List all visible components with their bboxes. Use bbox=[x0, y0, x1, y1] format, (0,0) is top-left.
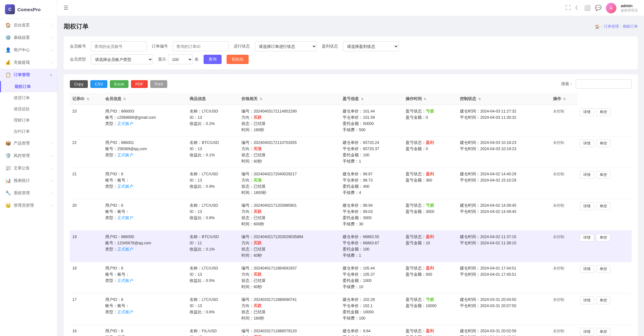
nav-label-deposit: 充值提现 bbox=[14, 60, 30, 65]
detail-button[interactable]: 详情 bbox=[580, 328, 594, 336]
cell-member: 用户ID：6 账号：账号： 类型：正式账户 bbox=[103, 293, 187, 325]
csv-button[interactable]: CSV bbox=[90, 80, 107, 88]
cell-id: 19 bbox=[70, 231, 103, 262]
single-button[interactable]: 单控 bbox=[596, 297, 610, 304]
sidebar-item-deposit[interactable]: 💰充值提现‹ bbox=[0, 56, 57, 69]
sidebar-subitem-options[interactable]: 期权订单 bbox=[0, 81, 57, 92]
single-button[interactable]: 单控 bbox=[596, 171, 610, 179]
excel-button[interactable]: Excel bbox=[110, 80, 128, 88]
cell-product: 名称：LTC/USD ID：13 收益比：0.8% bbox=[187, 199, 239, 231]
single-button[interactable]: 单控 bbox=[596, 328, 610, 336]
cell-time: 建仓时间：2024-04-01 17:44:51 平仓时间：2024-04-01… bbox=[457, 262, 550, 293]
sort-price-icon[interactable]: ⇅ bbox=[260, 97, 262, 101]
sort-time-icon[interactable]: ⇅ bbox=[424, 97, 426, 101]
display-select[interactable]: 100 bbox=[168, 54, 193, 64]
detail-button[interactable]: 详情 bbox=[580, 202, 594, 210]
cell-id: 16 bbox=[70, 325, 103, 336]
status-select[interactable]: 请选择订单进行状态 bbox=[255, 41, 317, 51]
sidebar-item-orders[interactable]: 📋订单管理∨ bbox=[0, 69, 57, 81]
fullscreen-icon[interactable]: ⛶ bbox=[565, 5, 571, 11]
table-search-input[interactable] bbox=[576, 79, 632, 89]
sidebar-item-risk[interactable]: 🛡️风控管理‹ bbox=[0, 150, 57, 162]
cell-control: 未控制 bbox=[551, 199, 577, 231]
detail-button[interactable]: 详情 bbox=[580, 234, 594, 242]
sidebar-subitem-loan-repay[interactable]: 借贷还款 bbox=[0, 104, 57, 115]
nav-icon-system: 🔧 bbox=[5, 190, 11, 196]
copy-button[interactable]: Copy bbox=[70, 80, 88, 88]
cell-control: 未控制 bbox=[551, 105, 577, 136]
nav-arrow-system: ‹ bbox=[51, 191, 52, 195]
toolbar-left: Copy CSV Excel PDF Print bbox=[70, 80, 167, 88]
nav-arrow-basic: ‹ bbox=[51, 36, 52, 39]
sidebar-item-admin[interactable]: 👑管理员管理‹ bbox=[0, 199, 57, 212]
sort-action-icon[interactable]: ⇅ bbox=[563, 97, 565, 101]
single-button[interactable]: 单控 bbox=[596, 202, 610, 210]
sidebar-item-articles[interactable]: 📰文章公告‹ bbox=[0, 162, 57, 174]
nav-label-orders: 订单管理 bbox=[14, 72, 30, 78]
col-id: 记录ID ⇅ bbox=[70, 93, 103, 105]
cell-order: 编号：20240403172114852290 方向：买跌 状态：已结算 时间：… bbox=[239, 105, 340, 136]
sidebar-item-reports[interactable]: 📊报表统计‹ bbox=[0, 174, 57, 187]
sort-id-icon[interactable]: ⇅ bbox=[87, 97, 89, 101]
member-type-label: 会员类型 bbox=[70, 57, 86, 62]
cell-member: 用户ID：866001 账号：258369@qq.com 类型：正式账户 bbox=[103, 136, 187, 168]
sort-member-icon[interactable]: ⇅ bbox=[123, 97, 126, 101]
nav-arrow-admin: ‹ bbox=[51, 204, 52, 207]
table-row: 20 用户ID：6 账号：账号： 类型：正式账户 名称：LTC/USD ID：1… bbox=[70, 199, 632, 231]
page-title: 期权订单 bbox=[64, 22, 88, 31]
sidebar: C ComexPro 🏠后台首页‹⚙️基础设置‹👤用户中心‹💰充值提现‹📋订单管… bbox=[0, 0, 57, 336]
sidebar-item-products[interactable]: 📦产品管理‹ bbox=[0, 137, 57, 150]
print-button[interactable]: Print bbox=[150, 80, 167, 88]
query-button[interactable]: 查询 bbox=[204, 55, 222, 64]
table-row: 22 用户ID：866001 账号：258369@qq.com 类型：正式账户 … bbox=[70, 136, 632, 168]
col-action: 操作 ⇅ bbox=[551, 93, 577, 105]
menu-icon[interactable]: ☰ bbox=[64, 5, 68, 11]
reset-button[interactable]: 初始化 bbox=[227, 55, 249, 64]
detail-button[interactable]: 详情 bbox=[580, 297, 594, 304]
cell-price: 建仓单价：98.87 平仓单价：98.73 委托金额：400 手续费：4 bbox=[340, 168, 403, 199]
dark-mode-icon[interactable]: ☾ bbox=[575, 5, 580, 11]
screen-icon[interactable]: ⬜ bbox=[584, 5, 591, 11]
nav-label-products: 产品管理 bbox=[14, 140, 30, 146]
sidebar-item-users[interactable]: 👤用户中心‹ bbox=[0, 44, 57, 56]
sort-status-icon[interactable]: ⇅ bbox=[478, 97, 481, 101]
cell-order: 编号：20240403172110703355 方向：买涨 状态：已结算 时间：… bbox=[239, 136, 340, 168]
search-label: 搜索： bbox=[561, 81, 573, 87]
cell-control: 未控制 bbox=[551, 293, 577, 325]
detail-button[interactable]: 详情 bbox=[580, 171, 594, 179]
sidebar-item-system[interactable]: 🔧系统管理‹ bbox=[0, 187, 57, 199]
chat-icon[interactable]: 💬 bbox=[595, 5, 601, 11]
cell-action: 详情 单控 bbox=[577, 293, 632, 325]
single-button[interactable]: 单控 bbox=[596, 265, 610, 273]
cell-price: 建仓单价：98.94 平仓单价：99.03 委托金额：3000 手续费：30 bbox=[340, 199, 403, 231]
status-label: 进行状态 bbox=[234, 44, 250, 49]
detail-button[interactable]: 详情 bbox=[580, 140, 594, 147]
sidebar-subitem-loan[interactable]: 借贷订单 bbox=[0, 92, 57, 104]
member-type-select[interactable]: 请选择会员账户类型 bbox=[91, 54, 153, 64]
breadcrumb-home-icon[interactable]: 🏠 bbox=[595, 25, 600, 29]
sidebar-subitem-contract[interactable]: 合约订单 bbox=[0, 126, 57, 137]
order-id-label: 订单编号 bbox=[152, 44, 168, 49]
sidebar-nav: 🏠后台首页‹⚙️基础设置‹👤用户中心‹💰充值提现‹📋订单管理∨期权订单借贷订单借… bbox=[0, 19, 57, 212]
single-button[interactable]: 单控 bbox=[596, 140, 610, 147]
sort-profit-icon[interactable]: ⇅ bbox=[361, 97, 363, 101]
logo-area: C ComexPro bbox=[0, 0, 57, 19]
pdf-button[interactable]: PDF bbox=[131, 80, 148, 88]
profit-select[interactable]: 请选择盈利状态 bbox=[343, 41, 399, 51]
sidebar-item-home[interactable]: 🏠后台首页‹ bbox=[0, 19, 57, 31]
order-id-input[interactable] bbox=[173, 41, 229, 51]
detail-button[interactable]: 详情 bbox=[580, 265, 594, 273]
member-account-input[interactable] bbox=[91, 41, 147, 51]
nav-label-reports: 报表统计 bbox=[14, 178, 30, 183]
single-button[interactable]: 单控 bbox=[596, 234, 610, 242]
col-price: 价格相关 ⇅ bbox=[239, 93, 340, 105]
nav-icon-home: 🏠 bbox=[5, 22, 11, 28]
sidebar-subitem-finance[interactable]: 理财订单 bbox=[0, 115, 57, 126]
single-button[interactable]: 单控 bbox=[596, 108, 610, 116]
nav-label-admin: 管理员管理 bbox=[14, 203, 34, 208]
nav-arrow-home: ‹ bbox=[51, 23, 52, 27]
sidebar-item-basic[interactable]: ⚙️基础设置‹ bbox=[0, 31, 57, 44]
cell-action: 详情 单控 bbox=[577, 168, 632, 199]
detail-button[interactable]: 详情 bbox=[580, 108, 594, 116]
avatar[interactable]: A bbox=[606, 3, 616, 13]
